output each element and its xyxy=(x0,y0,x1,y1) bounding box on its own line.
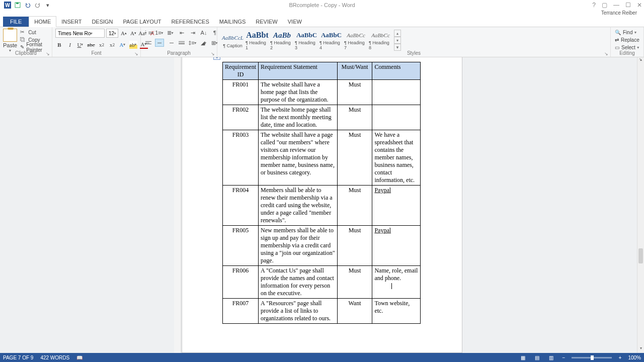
style-heading7[interactable]: AaBbCc¶ Heading 7 xyxy=(344,30,368,51)
style-heading2[interactable]: AaBb¶ Heading 2 xyxy=(270,30,294,51)
zoom-out-button[interactable]: − xyxy=(560,355,567,360)
font-name-select[interactable]: Times New Ro▼ xyxy=(55,29,105,38)
tab-review[interactable]: REVIEW xyxy=(251,17,282,27)
redo-icon[interactable] xyxy=(34,2,41,9)
style-heading1[interactable]: AaBbt¶ Heading 1 xyxy=(245,30,270,51)
qat-customize-icon[interactable]: ▾ xyxy=(44,2,51,9)
read-mode-button[interactable]: ▦ xyxy=(518,354,527,361)
maximize-icon[interactable]: ☐ xyxy=(625,2,631,9)
cell-statement[interactable]: Members shall be able to renew their mem… xyxy=(258,186,337,226)
cell-id[interactable]: FR002 xyxy=(223,105,259,130)
cell-id[interactable]: FR004 xyxy=(223,186,259,226)
cell-id[interactable]: FR007 xyxy=(223,299,259,324)
table-row[interactable]: FR004Members shall be able to renew thei… xyxy=(223,186,421,226)
find-button[interactable]: 🔍Find▼ xyxy=(614,29,641,36)
cell-mustwant[interactable]: Must xyxy=(337,105,372,130)
print-layout-button[interactable]: ▤ xyxy=(532,354,541,361)
undo-icon[interactable] xyxy=(24,2,31,9)
cell-mustwant[interactable]: Must xyxy=(337,130,372,186)
cell-comments[interactable]: We have a spreadsheet that contains the … xyxy=(372,130,421,186)
style-heading3[interactable]: AaBbC¶ Heading 3 xyxy=(294,30,319,51)
minimize-icon[interactable]: — xyxy=(613,2,619,9)
replace-button[interactable]: ⇄Replace xyxy=(614,36,641,43)
cell-comments[interactable]: Town website, etc. xyxy=(372,299,421,324)
tab-insert[interactable]: INSERT xyxy=(56,17,87,27)
strikethrough-button[interactable]: abc xyxy=(87,41,95,49)
line-spacing-button[interactable]: ‡≡▼ xyxy=(188,39,197,47)
proofing-icon[interactable]: 📖 xyxy=(76,355,83,360)
align-center-button[interactable] xyxy=(155,39,164,47)
scroll-down-icon[interactable]: ▾ xyxy=(637,346,644,353)
vertical-scrollbar[interactable]: ˆ ▴ ▾ xyxy=(637,57,644,353)
bullets-button[interactable]: ⋮≡▼ xyxy=(144,29,153,37)
paragraph-launcher[interactable]: ↘ xyxy=(211,51,216,56)
align-right-button[interactable] xyxy=(166,39,175,47)
style-caption[interactable]: AaBbCcL¶ Caption xyxy=(220,30,245,51)
cell-mustwant[interactable]: Must xyxy=(337,226,372,266)
cell-id[interactable]: FR006 xyxy=(223,266,259,299)
table-row[interactable]: FR001The website shall have a home page … xyxy=(223,80,421,105)
increase-indent-button[interactable]: ⇥ xyxy=(188,29,197,37)
paste-button[interactable]: Paste ▼ xyxy=(3,29,17,52)
highlight-button[interactable]: ab▼ xyxy=(129,41,137,49)
styles-launcher[interactable]: ↘ xyxy=(604,51,609,56)
tab-page-layout[interactable]: PAGE LAYOUT xyxy=(118,17,167,27)
cell-statement[interactable]: A "Resources" page shall provide a list … xyxy=(258,299,337,324)
cell-comments[interactable]: Name, role, email and phone. xyxy=(372,266,421,299)
cell-comments[interactable]: Paypal xyxy=(372,186,421,226)
cell-statement[interactable]: The website shall have a page called "ou… xyxy=(258,130,337,186)
grow-font-button[interactable]: A▴ xyxy=(120,29,128,37)
cell-mustwant[interactable]: Must xyxy=(337,186,372,226)
bold-button[interactable]: B xyxy=(55,41,63,49)
status-words[interactable]: 422 WORDS xyxy=(40,355,69,360)
zoom-slider[interactable] xyxy=(572,357,612,358)
style-heading8[interactable]: AaBbCc¶ Heading 8 xyxy=(368,30,393,51)
decrease-indent-button[interactable]: ⇤ xyxy=(177,29,186,37)
styles-scroll-down[interactable]: ▾ xyxy=(394,37,401,44)
underline-button[interactable]: U▼ xyxy=(76,41,85,49)
zoom-in-button[interactable]: + xyxy=(617,355,623,360)
multilevel-button[interactable]: ≣▼ xyxy=(166,29,175,37)
styles-gallery[interactable]: AaBbCcL¶ Caption AaBbt¶ Heading 1 AaBb¶ … xyxy=(220,29,401,52)
col-requirement-statement[interactable]: Requirement Statement xyxy=(258,62,337,80)
cell-comments[interactable] xyxy=(372,105,421,130)
font-launcher[interactable]: ↘ xyxy=(134,51,139,56)
table-row[interactable]: FR003The website shall have a page calle… xyxy=(223,130,421,186)
cell-comments[interactable]: Paypal xyxy=(372,226,421,266)
table-row[interactable]: FR007A "Resources" page shall provide a … xyxy=(223,299,421,324)
help-icon[interactable]: ? xyxy=(592,2,596,9)
subscript-button[interactable]: x2 xyxy=(98,41,106,49)
col-requirement-id[interactable]: Requirement ID xyxy=(223,62,259,80)
table-move-handle[interactable]: ✥ xyxy=(213,57,220,60)
cell-id[interactable]: FR001 xyxy=(223,80,259,105)
col-comments[interactable]: Comments xyxy=(372,62,421,80)
cell-statement[interactable]: A "Contact Us" page shall provide the na… xyxy=(258,266,337,299)
clipboard-launcher[interactable]: ↘ xyxy=(46,51,51,56)
tab-home[interactable]: HOME xyxy=(29,16,56,27)
styles-scroll-up[interactable]: ▴ xyxy=(394,30,401,37)
shrink-font-button[interactable]: A▾ xyxy=(129,29,137,37)
tab-file[interactable]: FILE xyxy=(3,17,29,27)
font-size-select[interactable]: 12▼ xyxy=(106,29,118,38)
justify-button[interactable] xyxy=(177,39,186,47)
shading-button[interactable]: ◢▼ xyxy=(199,39,208,47)
cell-statement[interactable]: The website shall have a home page that … xyxy=(258,80,337,105)
text-effects-button[interactable]: A▼ xyxy=(119,41,127,49)
save-icon[interactable] xyxy=(14,2,21,9)
cut-button[interactable]: ✂Cut xyxy=(19,29,49,36)
superscript-button[interactable]: x2 xyxy=(108,41,116,49)
table-row[interactable]: FR005New members shall be able to sign u… xyxy=(223,226,421,266)
user-name[interactable]: Terrance Reiber xyxy=(0,10,644,16)
tab-mailings[interactable]: MAILINGS xyxy=(214,17,251,27)
close-icon[interactable]: ✕ xyxy=(637,2,642,9)
cell-id[interactable]: FR005 xyxy=(223,226,259,266)
cell-mustwant[interactable]: Must xyxy=(337,266,372,299)
cell-statement[interactable]: The website home page shall list the nex… xyxy=(258,105,337,130)
cell-mustwant[interactable]: Must xyxy=(337,80,372,105)
requirements-table[interactable]: Requirement ID Requirement Statement Mus… xyxy=(222,62,421,324)
table-row[interactable]: FR006A "Contact Us" page shall provide t… xyxy=(223,266,421,299)
ribbon-display-icon[interactable]: ▢ xyxy=(602,2,607,9)
page[interactable]: ✥ Requirement ID Requirement Statement M… xyxy=(182,57,462,353)
scroll-up-icon[interactable]: ▴ xyxy=(637,57,644,64)
status-page[interactable]: PAGE 7 OF 9 xyxy=(3,355,33,360)
